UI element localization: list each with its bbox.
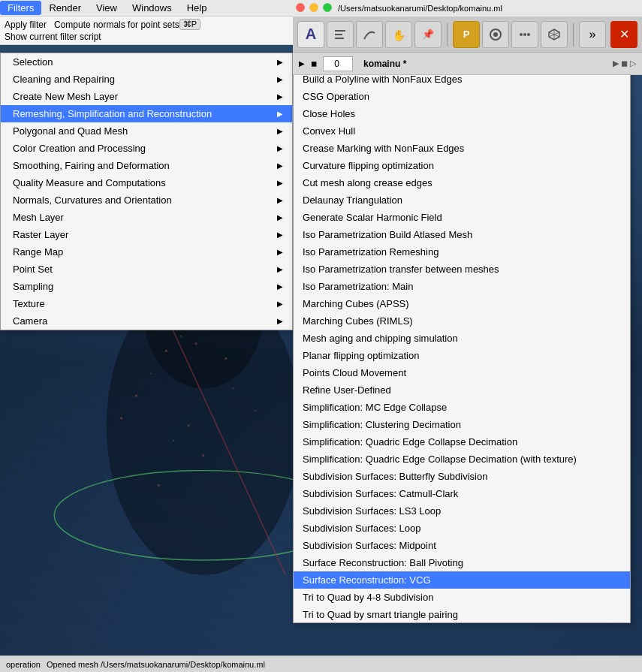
submenu-subdiv-loop[interactable]: Subdivision Surfaces: Loop	[294, 520, 630, 537]
svg-point-15	[180, 336, 182, 337]
arrow-icon: ▶	[277, 161, 283, 170]
submenu-subdiv-ls3[interactable]: Subdivision Surfaces: LS3 Loop	[294, 502, 630, 520]
menu-point-set[interactable]: Point Set ▶	[1, 261, 292, 278]
submenu-simp-mc-edge[interactable]: Simplification: MC Edge Collapse	[294, 399, 630, 416]
maximize-icon[interactable]	[323, 3, 332, 14]
submenu-subdiv-butterfly[interactable]: Subdivision Surfaces: Butterfly Subdivis…	[294, 468, 630, 485]
submenu-planar-flipping[interactable]: Planar flipping optimization	[294, 347, 630, 364]
arrow-icon: ▶	[277, 75, 283, 83]
filter-shortcut: ⌘P	[179, 19, 200, 30]
submenu-marching-rimls[interactable]: Marching Cubes (RIMLS)	[294, 312, 630, 330]
file-path: /Users/matsuokanarumi/Desktop/komainu.ml	[338, 4, 502, 13]
menubar-view[interactable]: View	[89, 1, 125, 15]
submenu-simp-quadric-tex[interactable]: Simplification: Quadric Edge Collapse De…	[294, 451, 630, 468]
menu-cleaning[interactable]: Cleaning and Repairing ▶	[1, 71, 292, 88]
close-icon[interactable]	[296, 3, 305, 14]
svg-point-28	[120, 417, 122, 420]
svg-point-26	[158, 484, 160, 487]
filter-bar-apply[interactable]: Apply filter Compute normals for point s…	[5, 20, 179, 30]
arrow-icon: ▶	[277, 196, 283, 204]
svg-point-27	[255, 410, 257, 411]
menu-sampling[interactable]: Sampling ▶	[1, 278, 292, 295]
arrow-icon: ▶	[277, 92, 283, 101]
letter-a-button[interactable]: A	[297, 21, 324, 48]
submenu-refine-user[interactable]: Refine User-Defined	[294, 381, 630, 399]
menu-camera[interactable]: Camera ▶	[1, 312, 292, 330]
arrow-icon: ▶	[277, 248, 283, 256]
menubar-windows[interactable]: Windows	[125, 1, 179, 15]
close-app-button[interactable]: ✕	[610, 21, 637, 48]
arrow-icon: ▶	[277, 300, 283, 308]
alignment-button[interactable]	[327, 21, 354, 48]
submenu-csg[interactable]: CSG Operation	[294, 88, 630, 105]
mesh-icon-button[interactable]	[541, 21, 568, 48]
submenu-subdiv-catmull[interactable]: Subdivision Surfaces: Catmull-Clark	[294, 485, 630, 502]
svg-point-16	[195, 342, 197, 345]
menu-range-map[interactable]: Range Map ▶	[1, 243, 292, 261]
submenu-simp-quadric[interactable]: Simplification: Quadric Edge Collapse De…	[294, 433, 630, 451]
curve-button[interactable]	[356, 21, 383, 48]
menu-remeshing[interactable]: Remeshing, Simplification and Reconstruc…	[1, 105, 292, 122]
submenu-tri-quad-48[interactable]: Tri to Quad by 4-8 Subdivision	[294, 589, 630, 606]
svg-rect-3	[335, 30, 345, 32]
mesh-status: Opened mesh /Users/matsuokanarumi/Deskto…	[47, 660, 265, 669]
menubar-render[interactable]: Render	[41, 1, 89, 15]
stop-icon: ◼	[311, 59, 317, 68]
play-icon: ▶	[299, 59, 305, 68]
menu-selection[interactable]: Selection ▶	[1, 53, 292, 71]
pin-button[interactable]: 📌	[414, 21, 442, 48]
submenu-marching-apss[interactable]: Marching Cubes (APSS)	[294, 295, 630, 312]
dots-button[interactable]	[511, 21, 538, 48]
app-toolbar: A ✋ 📌 P	[293, 17, 642, 53]
submenu-iso-atlased[interactable]: Iso Parametrization Build Atlased Mesh	[294, 226, 630, 243]
filter-bar: Apply filter Compute normals for point s…	[0, 17, 293, 45]
menu-normals[interactable]: Normals, Curvatures and Orientation ▶	[1, 191, 292, 209]
title-bar: /Users/matsuokanarumi/Desktop/komainu.ml	[293, 0, 642, 17]
svg-point-0	[297, 3, 305, 11]
submenu-iso-main[interactable]: Iso Parametrization: Main	[294, 278, 630, 295]
menu-mesh-layer[interactable]: Mesh Layer ▶	[1, 209, 292, 226]
filter-bar-script[interactable]: Show current filter script	[5, 32, 288, 42]
submenu-points-cloud[interactable]: Points Cloud Movement	[294, 364, 630, 381]
circle-button[interactable]	[482, 21, 509, 48]
submenu-surface-vcg[interactable]: Surface Reconstruction: VCG	[294, 571, 630, 589]
submenu-generate-scalar[interactable]: Generate Scalar Harmonic Field	[294, 209, 630, 226]
submenu-simp-clustering[interactable]: Simplification: Clustering Decimation	[294, 416, 630, 433]
submenu-crease-marking[interactable]: Crease Marking with NonFaux Edges	[294, 140, 630, 157]
menu-create-mesh[interactable]: Create New Mesh Layer ▶	[1, 88, 292, 105]
svg-point-11	[527, 33, 530, 36]
menu-quality[interactable]: Quality Measure and Computations ▶	[1, 174, 292, 191]
submenu-tri-quad-smart[interactable]: Tri to Quad by smart triangle pairing	[294, 606, 630, 623]
submenu-close-holes[interactable]: Close Holes	[294, 105, 630, 122]
svg-point-24	[202, 454, 204, 457]
submenu-delaunay[interactable]: Delaunay Triangulation	[294, 191, 630, 209]
svg-point-8	[493, 32, 498, 37]
frame-counter[interactable]	[323, 56, 353, 71]
submenu-convex-hull[interactable]: Convex Hull	[294, 122, 630, 140]
menu-raster-layer[interactable]: Raster Layer ▶	[1, 226, 292, 243]
svg-point-10	[523, 33, 526, 36]
submenu-cut-mesh[interactable]: Cut mesh along crease edges	[294, 174, 630, 191]
arrow-icon: ▶	[277, 317, 283, 325]
hand-button[interactable]: ✋	[385, 21, 412, 48]
tag-button[interactable]: P	[453, 21, 480, 48]
left-menu: Selection ▶ Cleaning and Repairing ▶ Cre…	[0, 53, 293, 330]
submenu-iso-transfer[interactable]: Iso Parametrization transfer between mes…	[294, 261, 630, 278]
submenu-surface-ball[interactable]: Surface Reconstruction: Ball Pivoting	[294, 554, 630, 571]
menubar-filters[interactable]: Filters	[0, 1, 41, 15]
submenu-subdiv-midpoint[interactable]: Subdivision Surfaces: Midpoint	[294, 537, 630, 554]
filter-bar-line1: Apply filter Compute normals for point s…	[5, 19, 288, 30]
arrow-icon-active: ▶	[277, 110, 283, 118]
svg-point-18	[225, 357, 227, 360]
menu-color[interactable]: Color Creation and Processing ▶	[1, 140, 292, 157]
submenu-iso-remeshing[interactable]: Iso Parametrization Remeshing	[294, 243, 630, 261]
menubar-help[interactable]: Help	[179, 1, 215, 15]
submenu-curvature-flipping[interactable]: Curvature flipping optimization	[294, 157, 630, 174]
menu-polygonal[interactable]: Polygonal and Quad Mesh ▶	[1, 122, 292, 140]
more-buttons[interactable]: »	[579, 21, 606, 48]
submenu-mesh-aging[interactable]: Mesh aging and chipping simulation	[294, 330, 630, 347]
bottom-bar: operation Opened mesh /Users/matsuokanar…	[0, 655, 642, 672]
menu-texture[interactable]: Texture ▶	[1, 295, 292, 312]
menu-smoothing[interactable]: Smoothing, Fairing and Deformation ▶	[1, 157, 292, 174]
minimize-icon[interactable]	[309, 3, 318, 14]
